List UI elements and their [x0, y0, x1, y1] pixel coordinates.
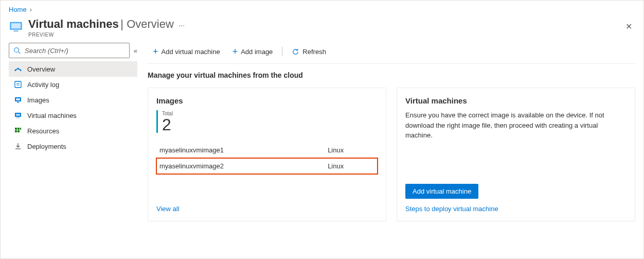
breadcrumb: Home › [9, 1, 635, 15]
add-image-button[interactable]: + Add image [227, 45, 278, 58]
preview-badge: PREVIEW [28, 32, 185, 38]
svg-point-3 [14, 48, 19, 53]
images-icon [14, 96, 22, 104]
svg-rect-15 [16, 114, 20, 116]
page-subtitle: Overview [127, 18, 174, 30]
refresh-icon [292, 48, 299, 56]
svg-rect-13 [17, 102, 19, 103]
svg-rect-8 [15, 81, 21, 88]
search-icon [13, 47, 21, 54]
search-box[interactable] [9, 43, 130, 58]
svg-point-7 [20, 70, 22, 71]
separator [282, 47, 282, 56]
svg-rect-20 [15, 130, 17, 132]
command-bar: + Add virtual machine + Add image Refres… [148, 43, 635, 64]
sidebar-item-resources[interactable]: Resources [9, 123, 137, 139]
svg-rect-1 [11, 23, 21, 29]
deployments-icon [14, 142, 22, 150]
svg-rect-2 [13, 30, 18, 31]
activity-log-icon [14, 80, 22, 89]
svg-line-4 [19, 52, 21, 54]
resources-icon [14, 127, 22, 135]
steps-link[interactable]: Steps to deploy virtual machine [405, 205, 627, 213]
vm-icon [9, 20, 23, 34]
chevron-right-icon: › [30, 6, 32, 13]
svg-rect-17 [15, 128, 17, 130]
sidebar-item-label: Resources [27, 127, 59, 135]
more-icon[interactable]: ··· [178, 21, 185, 29]
total-value: 2 [162, 116, 173, 133]
add-vm-button[interactable]: + Add virtual machine [148, 45, 225, 58]
sidebar: « Overview Activity log [9, 43, 137, 154]
close-button[interactable]: ✕ [622, 19, 635, 34]
svg-rect-12 [16, 98, 20, 100]
sidebar-item-activity-log[interactable]: Activity log [9, 77, 137, 92]
add-vm-primary-button[interactable]: Add virtual machine [405, 184, 478, 199]
sidebar-nav: Overview Activity log Images [9, 61, 137, 154]
page-title: Virtual machines [28, 18, 119, 30]
view-all-link[interactable]: View all [156, 195, 378, 213]
svg-point-5 [15, 70, 16, 71]
sidebar-item-images[interactable]: Images [9, 92, 137, 108]
svg-rect-16 [16, 117, 20, 118]
sidebar-item-label: Activity log [27, 81, 59, 89]
collapse-sidebar-button[interactable]: « [134, 47, 137, 55]
page-description: Manage your virtual machines from the cl… [148, 71, 635, 79]
table-row[interactable]: myaselinuxvmimage1 Linux [156, 142, 378, 158]
images-table: myaselinuxvmimage1 Linux myaselinuxvmima… [156, 142, 378, 174]
page-title-block: Virtual machines | Overview ··· PREVIEW [9, 15, 185, 43]
search-input[interactable] [24, 46, 125, 55]
svg-point-6 [17, 68, 19, 70]
sidebar-item-label: Virtual machines [27, 112, 77, 119]
svg-rect-18 [17, 128, 20, 130]
vms-icon [14, 111, 22, 119]
plus-icon: + [232, 47, 238, 56]
breadcrumb-home[interactable]: Home [9, 6, 27, 13]
vms-card: Virtual machines Ensure you have the cor… [397, 88, 635, 221]
images-card: Images Total 2 myaselinuxvmimage1 Linux [148, 88, 386, 221]
vms-card-description: Ensure you have the correct image is ava… [405, 110, 627, 141]
total-accent-bar [156, 110, 158, 133]
sidebar-item-label: Images [27, 96, 49, 104]
table-row[interactable]: myaselinuxvmimage2 Linux [156, 158, 378, 174]
sidebar-item-overview[interactable]: Overview [9, 61, 137, 77]
sidebar-item-vms[interactable]: Virtual machines [9, 108, 137, 123]
svg-rect-21 [17, 130, 20, 132]
refresh-button[interactable]: Refresh [287, 46, 331, 58]
sidebar-item-label: Deployments [27, 143, 66, 150]
svg-rect-19 [20, 128, 21, 130]
images-card-title: Images [156, 96, 378, 105]
vms-card-title: Virtual machines [405, 96, 627, 105]
plus-icon: + [153, 47, 158, 56]
overview-icon [14, 65, 22, 73]
sidebar-item-label: Overview [27, 65, 55, 73]
sidebar-item-deployments[interactable]: Deployments [9, 139, 137, 154]
